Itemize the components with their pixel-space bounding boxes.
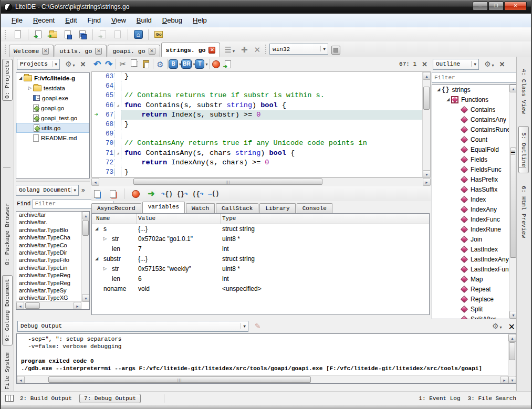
menu-find[interactable]: Find: [82, 15, 106, 26]
menu-view[interactable]: View: [106, 15, 131, 26]
clear-output-icon[interactable]: ✎: [255, 322, 261, 330]
outline-item[interactable]: Split: [432, 304, 517, 314]
save-all-button[interactable]: [77, 29, 88, 40]
outline-item[interactable]: Repeat: [432, 284, 517, 294]
code-line[interactable]: 63}: [92, 72, 430, 81]
list-item[interactable]: archive/tar.TypeBlo: [16, 227, 78, 234]
outline-item[interactable]: FieldsFunc: [432, 164, 517, 174]
scroll-left-arrow[interactable]: ◄: [16, 302, 24, 310]
list-item[interactable]: archive/tar.: [16, 219, 78, 226]
scroll-left-arrow[interactable]: ◄: [17, 376, 25, 384]
menu-edit[interactable]: Edit: [60, 15, 82, 26]
gear-icon[interactable]: ⚙▾: [492, 322, 502, 332]
editor-tab[interactable]: strings. go✕: [161, 43, 221, 57]
outline-item[interactable]: LastIndexAny: [432, 254, 517, 264]
code-line[interactable]: 71◢func ContainsAny(s, chars string) boo…: [92, 149, 430, 158]
save-file-button[interactable]: [62, 29, 74, 40]
outline-view-combo[interactable]: Outline ▼: [433, 59, 479, 70]
outline-item[interactable]: ContainsAny: [432, 114, 517, 124]
variables-row[interactable]: ◢s{...}struct string: [92, 224, 429, 234]
scroll-down-arrow[interactable]: ▼: [508, 376, 516, 384]
line-number[interactable]: 67: [100, 111, 115, 119]
expanded-expander-icon[interactable]: ◢: [95, 226, 98, 231]
menu-file[interactable]: File: [6, 15, 28, 26]
outline-item[interactable]: IndexFunc: [432, 214, 517, 224]
outline-item[interactable]: Count: [432, 134, 517, 144]
home-button[interactable]: ⌂: [132, 29, 144, 40]
scroll-up-arrow[interactable]: ▲: [508, 334, 516, 342]
side-tab[interactable]: 9: Golang Document: [2, 275, 13, 345]
outline-item[interactable]: Replace: [432, 294, 517, 304]
list-item[interactable]: archive/tar.TypeDir: [16, 249, 78, 257]
variables-row[interactable]: ▷str0x5702ac "go1.0.1"uint8 *: [92, 234, 429, 244]
gear-icon[interactable]: ⚙▾: [65, 60, 75, 68]
golang-document-combo[interactable]: Golang Document ▼: [16, 185, 79, 196]
outline-item[interactable]: Map: [432, 274, 517, 284]
toggle-panels-icon[interactable]: [5, 395, 14, 402]
tree-item[interactable]: goapi.exe: [16, 93, 89, 103]
menu-help[interactable]: Help: [187, 15, 212, 26]
code-line[interactable]: 66◢func Contains(s, substr string) bool …: [92, 101, 430, 110]
outline-item[interactable]: Fields: [432, 154, 517, 164]
fold-marker-icon[interactable]: ◢: [115, 149, 121, 158]
line-number[interactable]: 72: [100, 159, 115, 166]
build-button[interactable]: B▾: [169, 58, 181, 70]
variables-row[interactable]: len6int: [92, 274, 429, 284]
code-line[interactable]: 73}: [92, 167, 430, 177]
editor-tab[interactable]: utils. go✕: [55, 45, 107, 57]
close-editor-icon[interactable]: ✕: [254, 45, 261, 55]
output-view-combo[interactable]: Debug Output ▼: [17, 321, 248, 332]
menu-debug[interactable]: Debug: [157, 15, 187, 26]
close-button[interactable]: ✕: [504, 2, 527, 11]
collapsed-expander-icon[interactable]: ▷: [103, 236, 107, 241]
outline-item[interactable]: SplitAfter: [432, 314, 517, 319]
editor-tab[interactable]: Welcome✕: [9, 45, 54, 57]
scroll-thumb[interactable]: [509, 342, 515, 360]
list-item[interactable]: archive/tar.TypeCo: [16, 242, 78, 249]
go-env-button[interactable]: Go: [153, 29, 164, 40]
gear-icon[interactable]: ⚙▾: [484, 60, 494, 68]
scroll-thumb[interactable]: [82, 220, 89, 236]
code-line[interactable]: ➜67 return Index(s, substr) >= 0: [92, 110, 430, 120]
undo-button[interactable]: ↶: [91, 58, 103, 70]
status-tab[interactable]: 2: Build Output: [20, 395, 72, 402]
list-item[interactable]: archive/tar.TypeCha: [16, 234, 78, 242]
collapsed-expander-icon[interactable]: ▷: [27, 86, 33, 90]
line-number[interactable]: 64: [100, 82, 115, 90]
side-tab[interactable]: 6: Html Preview: [518, 176, 529, 248]
scroll-thumb[interactable]: [25, 302, 40, 309]
copy-button[interactable]: [129, 58, 140, 70]
outline-item[interactable]: LastIndex: [432, 244, 517, 254]
scroll-down-arrow[interactable]: ▼: [423, 170, 431, 177]
step-out-icon[interactable]: ({↷: [192, 190, 204, 198]
continue-debug-button[interactable]: ➜: [145, 188, 157, 200]
split-editor-icon[interactable]: ✚: [241, 45, 248, 55]
side-tab[interactable]: 4: Class View: [518, 60, 529, 123]
editor-horizontal-scrollbar[interactable]: ◄ ||| ►: [91, 177, 431, 185]
list-item[interactable]: archive/tar: [16, 212, 78, 219]
variables-row[interactable]: nonamevoid<unspecified>: [92, 284, 429, 294]
close-file-button[interactable]: [107, 188, 119, 200]
line-number[interactable]: 71: [100, 150, 115, 157]
toolbar-grip[interactable]: [5, 30, 7, 39]
column-header-name[interactable]: Name: [96, 215, 110, 222]
doc-list-vertical-scrollbar[interactable]: ▲ ▼: [81, 212, 89, 302]
scroll-left-arrow[interactable]: ◄: [91, 178, 99, 186]
variables-row[interactable]: ◢substr{...}struct string: [92, 254, 429, 264]
tree-item[interactable]: ◢F:/vfc/liteide-g: [16, 73, 89, 83]
debug-tab-watch[interactable]: Watch: [186, 203, 215, 213]
editor-vertical-scrollbar[interactable]: ▲ ▼: [422, 72, 430, 177]
variables-row[interactable]: len7int: [92, 244, 429, 254]
stop-debug-button[interactable]: [130, 188, 141, 200]
status-tab[interactable]: 7: Debug Output: [79, 394, 141, 403]
variables-row[interactable]: ▷str0x57153c "weekly"uint8 *: [92, 264, 429, 274]
close-tab-icon[interactable]: ✕: [149, 48, 155, 55]
line-number[interactable]: 65: [100, 92, 115, 99]
line-number[interactable]: 66: [100, 102, 115, 109]
code-line[interactable]: 70// ContainsAny returns true if any Uni…: [92, 139, 430, 148]
scroll-right-arrow[interactable]: ►: [500, 376, 508, 384]
outline-filter-input[interactable]: [432, 72, 517, 83]
build-run-button[interactable]: BR▾: [181, 58, 195, 70]
outline-item[interactable]: HasPrefix: [432, 174, 517, 184]
output-horizontal-scrollbar[interactable]: ◄ ||| ►: [17, 375, 508, 383]
